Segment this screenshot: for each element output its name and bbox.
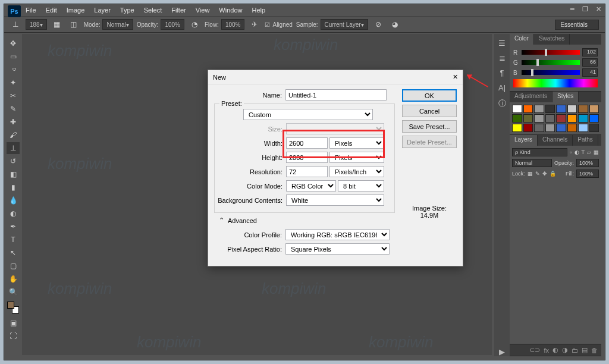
screenmode-icon[interactable]: ⛶ (7, 330, 20, 342)
hand-tool[interactable]: ✋ (7, 273, 20, 285)
type-tool[interactable]: T (7, 234, 20, 246)
shape-tool[interactable]: ▢ (7, 260, 20, 272)
marquee-tool[interactable]: ▭ (7, 51, 20, 62)
pen-tool[interactable]: ✒ (7, 221, 20, 233)
tab-swatches[interactable]: Swatches (534, 34, 570, 45)
menu-file[interactable]: File (26, 7, 36, 14)
ignore-adj-icon[interactable]: ⊘ (372, 18, 385, 30)
menu-bar[interactable]: File Edit Image Layer Type Select Filter… (4, 4, 605, 16)
history-brush-tool[interactable]: ↺ (7, 155, 20, 167)
para-panel-icon[interactable]: ¶ (500, 68, 504, 77)
quickmask-icon[interactable]: ▣ (7, 317, 20, 329)
colormode-select[interactable]: RGB Color (286, 180, 336, 192)
clone-stamp-tool[interactable]: ⊥ (7, 142, 20, 154)
zoom-tool[interactable]: 🔍 (7, 286, 20, 298)
menu-image[interactable]: Image (67, 7, 85, 14)
new-layer-icon[interactable]: ▤ (582, 346, 588, 354)
ok-button[interactable]: OK (402, 89, 457, 102)
brush-tool[interactable]: 🖌 (7, 129, 20, 141)
mask-icon[interactable]: ◐ (553, 346, 558, 354)
clone-source-icon[interactable]: ◫ (67, 18, 80, 30)
menu-select[interactable]: Select (144, 7, 162, 14)
menu-view[interactable]: View (196, 7, 210, 14)
blend-mode[interactable]: Normal (512, 159, 552, 167)
filter-shape-icon[interactable]: ▱ (587, 149, 591, 155)
filter-adj-icon[interactable]: ◐ (575, 149, 579, 155)
workspace-switcher[interactable]: Essentials (555, 20, 599, 30)
height-input[interactable] (286, 152, 328, 163)
b-value[interactable]: 41 (582, 68, 598, 77)
crop-tool[interactable]: ✂ (7, 90, 20, 102)
menu-filter[interactable]: Filter (171, 7, 186, 14)
fill-value[interactable]: 100% (576, 170, 599, 178)
color-swatches[interactable] (7, 299, 20, 316)
lock-all-icon[interactable]: ✥ (542, 171, 547, 177)
nav-panel-icon[interactable]: ⓘ (498, 98, 506, 109)
link-icon[interactable]: ⊂⊃ (529, 346, 540, 354)
brush-preset[interactable]: 188▾ (26, 19, 47, 30)
eyedropper-tool[interactable]: ✎ (7, 103, 20, 115)
width-input[interactable] (286, 137, 328, 149)
menu-window[interactable]: Window (219, 7, 242, 14)
airbrush-icon[interactable]: ✈ (248, 18, 261, 30)
tab-paths[interactable]: Paths (573, 135, 598, 146)
adj-icon[interactable]: ◑ (562, 346, 568, 354)
wand-tool[interactable]: ✦ (7, 77, 20, 89)
styles-grid[interactable] (510, 102, 601, 134)
preset-select[interactable]: Custom (243, 109, 373, 120)
advanced-label[interactable]: Advanced (228, 217, 257, 224)
healing-tool[interactable]: ✚ (7, 116, 20, 128)
close-icon[interactable]: ✕ (594, 5, 602, 13)
lock-icon[interactable]: 🔒 (550, 171, 556, 177)
gradient-tool[interactable]: ▮ (7, 181, 20, 193)
minimize-icon[interactable]: ━ (568, 5, 576, 13)
resolution-input[interactable] (286, 166, 328, 177)
dodge-tool[interactable]: ◐ (7, 208, 20, 219)
filter-smart-icon[interactable]: ▦ (594, 149, 599, 155)
menu-edit[interactable]: Edit (46, 7, 57, 14)
dialog-close-icon[interactable]: ✕ (453, 73, 458, 81)
height-unit[interactable]: Pixels (329, 152, 384, 163)
maximize-icon[interactable]: ❐ (581, 5, 589, 13)
filter-pix-icon[interactable]: ▫ (570, 149, 572, 155)
menu-help[interactable]: Help (252, 7, 265, 14)
move-tool[interactable]: ✥ (7, 37, 20, 49)
brush-panel-icon[interactable]: ▦ (51, 18, 64, 30)
r-slider[interactable] (522, 50, 580, 55)
tool-preset-icon[interactable]: ⊥ (9, 18, 22, 30)
name-input[interactable] (285, 89, 387, 101)
mode-select[interactable]: Normal ▾ (102, 19, 133, 30)
eraser-tool[interactable]: ◧ (7, 168, 20, 180)
cancel-button[interactable]: Cancel (402, 105, 457, 117)
tab-color[interactable]: Color (510, 34, 534, 45)
resolution-unit[interactable]: Pixels/Inch (329, 166, 384, 177)
b-slider[interactable] (522, 70, 580, 75)
pressure-opacity-icon[interactable]: ◔ (188, 18, 201, 30)
r-value[interactable]: 102 (582, 48, 598, 57)
filter-type-icon[interactable]: T (582, 149, 585, 155)
aligned-checkbox[interactable]: ☑ (265, 21, 270, 28)
mb-icon[interactable]: ▶ (499, 347, 505, 356)
g-value[interactable]: 66 (582, 58, 598, 67)
char-panel-icon[interactable]: ≣ (499, 54, 506, 62)
path-tool[interactable]: ↖ (7, 247, 20, 259)
lock-pix-icon[interactable]: ▦ (528, 171, 533, 177)
color-ramp[interactable] (513, 79, 598, 87)
tab-adjustments[interactable]: Adjustments (510, 92, 553, 102)
fx-icon[interactable]: fx (544, 347, 549, 354)
group-icon[interactable]: 🗀 (572, 347, 578, 354)
advanced-toggle-icon[interactable]: ⌃ (219, 216, 224, 224)
tab-layers[interactable]: Layers (510, 135, 538, 146)
tab-channels[interactable]: Channels (538, 135, 573, 146)
flow-field[interactable]: 100% (221, 19, 245, 30)
width-unit[interactable]: Pixels (329, 137, 384, 149)
colordepth-select[interactable]: 8 bit (338, 180, 384, 192)
tab-styles[interactable]: Styles (553, 92, 579, 102)
menu-layer[interactable]: Layer (94, 7, 111, 14)
colorprofile-select[interactable]: Working RGB: sRGB IEC61966-2.1 (285, 229, 390, 240)
history-panel-icon[interactable]: ☰ (498, 39, 506, 48)
bgcontents-select[interactable]: White (286, 194, 384, 206)
sample-select[interactable]: Current Layer ▾ (321, 19, 368, 30)
blur-tool[interactable]: 💧 (7, 194, 20, 206)
menu-type[interactable]: Type (120, 7, 134, 14)
